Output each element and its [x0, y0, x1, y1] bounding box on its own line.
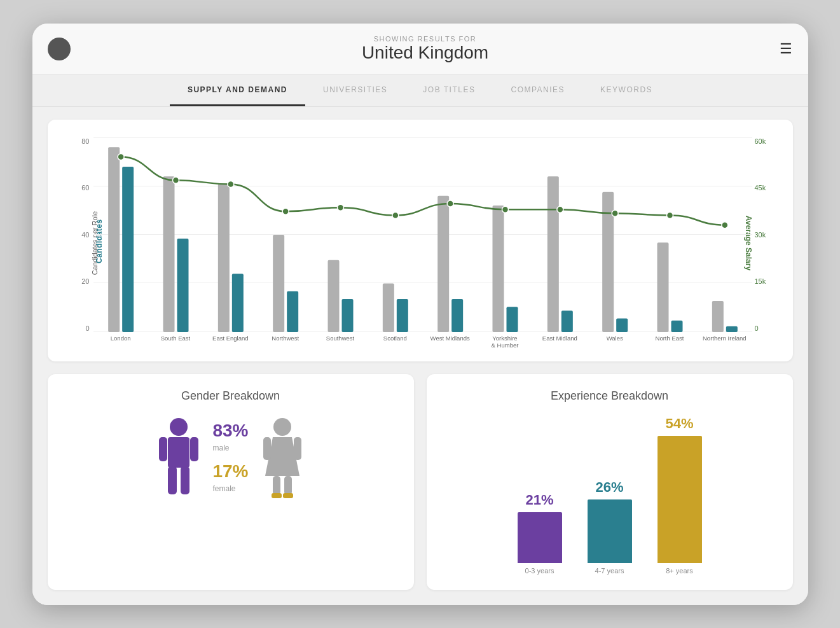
- menu-icon[interactable]: ☰: [780, 42, 792, 56]
- female-figure: [260, 415, 305, 498]
- header: SHOWING RESULTS FOR United Kingdom ☰: [32, 24, 808, 75]
- y-right-tick-60k: 60k: [752, 137, 780, 145]
- grey-bar-2: [217, 184, 229, 332]
- app-container: SHOWING RESULTS FOR United Kingdom ☰ SUP…: [32, 24, 808, 605]
- x-label-4: Southwest: [326, 335, 354, 342]
- female-pct: 17%: [212, 461, 248, 482]
- male-figure-svg: [156, 415, 201, 498]
- tab-companies[interactable]: COMPANIES: [493, 75, 582, 106]
- exp-group-47: 26% 4-7 years: [588, 479, 632, 575]
- male-pct: 83%: [212, 421, 248, 441]
- x-label-9: Wales: [607, 335, 623, 342]
- grey-bar-8: [547, 176, 558, 332]
- female-label: female: [212, 484, 235, 493]
- teal-bar-6: [451, 298, 463, 331]
- teal-bar-8: [561, 311, 572, 332]
- salary-dot-5: [392, 212, 398, 218]
- y-right-tick-45k: 45k: [752, 184, 780, 192]
- grey-bar-4: [327, 260, 339, 331]
- tab-universities[interactable]: UNIVERSITIES: [305, 75, 405, 106]
- chart-area: 80 60 40 20 0 Candidates per Role Candid…: [60, 135, 780, 351]
- exp-pct-03: 21%: [525, 492, 553, 508]
- y-axis-left: 80 60 40 20 0: [60, 135, 93, 351]
- salary-dot-4: [337, 204, 343, 211]
- salary-dot-8: [556, 206, 563, 213]
- logo-icon[interactable]: [48, 38, 71, 60]
- salary-dot-6: [447, 200, 453, 207]
- header-subtitle: SHOWING RESULTS FOR: [362, 35, 488, 43]
- x-label-0: London: [111, 335, 131, 342]
- exp-label-47: 4-7 years: [595, 567, 624, 575]
- teal-bar-1: [177, 239, 188, 332]
- y-right-tick-0: 0: [752, 324, 780, 332]
- y-tick-80: 80: [60, 137, 93, 145]
- bars-and-line-area: [93, 137, 752, 332]
- nav-tabs: SUPPLY AND DEMAND UNIVERSITIES JOB TITLE…: [32, 75, 808, 107]
- y-right-tick-15k: 15k: [752, 277, 780, 285]
- x-label-6: West Midlands: [430, 335, 470, 342]
- salary-dot-9: [612, 210, 618, 216]
- x-label-8: East Midland: [542, 335, 577, 342]
- teal-bar-11: [726, 326, 737, 331]
- grey-bar-3: [273, 235, 284, 332]
- svg-rect-5: [181, 466, 189, 494]
- svg-rect-10: [273, 476, 280, 495]
- tab-keywords[interactable]: KEYWORDS: [582, 75, 670, 106]
- svg-rect-8: [263, 437, 271, 460]
- header-center: SHOWING RESULTS FOR United Kingdom: [362, 35, 488, 63]
- exp-pct-8plus: 54%: [665, 415, 693, 432]
- x-label-5: Scotland: [383, 335, 407, 342]
- salary-dot-0: [118, 153, 124, 160]
- teal-bar-3: [287, 291, 298, 331]
- y-tick-20: 20: [60, 277, 93, 285]
- svg-point-6: [273, 418, 291, 436]
- salary-dot-2: [227, 181, 233, 187]
- exp-pct-47: 26%: [595, 479, 623, 496]
- salary-dot-1: [172, 177, 179, 183]
- tab-job-titles[interactable]: JOB TITLES: [405, 75, 493, 106]
- exp-bar-03: [518, 512, 562, 563]
- x-label-1: South East: [161, 335, 190, 342]
- teal-bar-4: [341, 298, 353, 331]
- experience-title: Experience Breakdown: [446, 389, 774, 403]
- salary-dot-11: [721, 221, 727, 228]
- supply-demand-chart-card: 80 60 40 20 0 Candidates per Role Candid…: [48, 120, 793, 361]
- y-tick-0: 0: [60, 324, 93, 332]
- x-label-3: Northwest: [272, 335, 299, 342]
- grey-bar-7: [492, 206, 504, 332]
- male-figure: [156, 415, 201, 498]
- tab-supply-demand[interactable]: SUPPLY AND DEMAND: [170, 75, 305, 106]
- y-tick-60: 60: [60, 184, 93, 192]
- teal-bar-2: [231, 274, 243, 332]
- svg-rect-13: [283, 493, 293, 498]
- female-figure-svg: [260, 415, 305, 498]
- grey-bar-11: [712, 301, 723, 332]
- exp-label-8plus: 8+ years: [666, 567, 693, 575]
- salary-dot-7: [502, 206, 508, 213]
- grey-bar-10: [657, 242, 668, 332]
- grey-bar-6: [437, 195, 449, 331]
- teal-bar-9: [616, 318, 628, 331]
- svg-rect-11: [272, 493, 282, 498]
- grey-bar-1: [163, 176, 174, 332]
- x-label-7: Yorkshire& Humber: [492, 335, 519, 349]
- bottom-row: Gender Breakdown: [48, 374, 793, 590]
- grey-bar-5: [382, 283, 394, 332]
- male-label: male: [212, 443, 229, 452]
- svg-rect-1: [168, 437, 189, 468]
- experience-breakdown-card: Experience Breakdown 21% 0-3 years 26% 4…: [427, 374, 793, 590]
- y-right-tick-30k: 30k: [752, 231, 780, 239]
- svg-point-0: [170, 418, 188, 436]
- x-label-2: East England: [212, 335, 249, 342]
- gender-stats: 83% male 17% female: [212, 421, 248, 493]
- header-title: United Kingdom: [362, 43, 488, 63]
- salary-dot-3: [282, 208, 289, 214]
- gender-content: 83% male 17% female: [67, 415, 395, 498]
- main-content: 80 60 40 20 0 Candidates per Role Candid…: [32, 107, 808, 605]
- gender-breakdown-card: Gender Breakdown: [48, 374, 414, 590]
- salary-line: [121, 157, 725, 225]
- teal-bar-10: [671, 320, 682, 331]
- exp-bar-47: [588, 499, 632, 563]
- exp-bar-8plus: [658, 436, 702, 563]
- teal-bar-7: [506, 307, 518, 332]
